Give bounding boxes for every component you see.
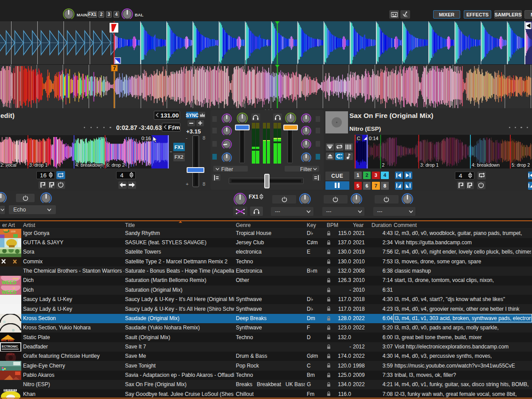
svg-text:16: 16 <box>12 287 15 289</box>
svg-text:virtual: virtual <box>12 277 18 280</box>
svg-text:0:16: 0:16 <box>141 136 151 141</box>
svg-text:MHC BMS: MHC BMS <box>1 339 14 342</box>
svg-text:5: drop 2: 5: drop 2 <box>512 162 530 168</box>
svg-text:1008: 1008 <box>11 230 16 233</box>
svg-text:3: drop 1: 3: drop 1 <box>29 162 48 168</box>
svg-text:7: 7 <box>113 65 116 71</box>
svg-text:ECTRONIC: ECTRONIC <box>2 345 18 348</box>
svg-text:2: vocal: 2: vocal <box>0 162 16 168</box>
svg-text:2: 2 <box>382 162 385 168</box>
svg-text:GRAFIX: GRAFIX <box>6 353 15 356</box>
svg-text:WEED: WEED <box>2 280 16 285</box>
svg-text:4: breakdown: 4: breakdown <box>472 162 500 168</box>
svg-text:6: drop 2: 6: drop 2 <box>106 162 125 168</box>
svg-text:4: breakdown: 4: breakdown <box>75 162 103 168</box>
svg-text:0:14: 0:14 <box>369 135 378 141</box>
svg-text:C: C <box>357 135 360 141</box>
svg-text:WEED: WEED <box>2 289 16 295</box>
svg-text:3: drop 1: 3: drop 1 <box>420 162 439 168</box>
